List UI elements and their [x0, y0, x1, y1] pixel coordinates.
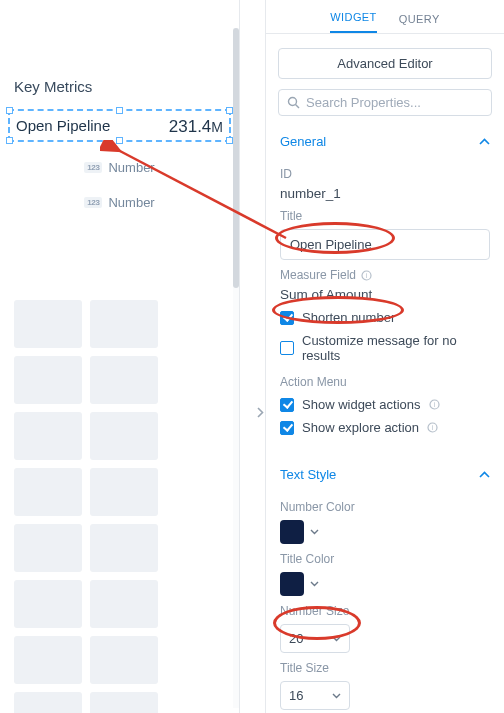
panel-tabs: WIDGET QUERY — [266, 0, 504, 34]
resize-handle[interactable] — [226, 137, 233, 144]
chevron-right-icon — [257, 407, 264, 418]
section-header-text-style[interactable]: Text Style — [266, 459, 504, 490]
search-properties[interactable] — [278, 89, 492, 116]
section-title: Text Style — [280, 467, 336, 482]
section-body-text-style: Number Color Title Color Number Size 20 … — [266, 490, 504, 713]
field-label-title: Title — [280, 209, 490, 223]
empty-tile[interactable] — [14, 356, 82, 404]
number-widget-placeholder[interactable]: 123 Number — [8, 185, 231, 220]
empty-tile[interactable] — [90, 412, 158, 460]
color-swatch[interactable] — [280, 572, 304, 596]
field-value-measure: Sum of Amount — [280, 287, 490, 302]
empty-tile[interactable] — [14, 524, 82, 572]
show-explore-action-row[interactable]: Show explore action i — [280, 420, 490, 435]
checkbox-checked-icon[interactable] — [280, 421, 294, 435]
number-color-picker[interactable] — [280, 520, 490, 544]
field-label-number-color: Number Color — [280, 500, 490, 514]
metric-value-number: 231.4 — [169, 117, 212, 136]
scrollbar[interactable] — [233, 28, 239, 708]
card-title: Key Metrics — [8, 78, 231, 109]
empty-tile[interactable] — [90, 636, 158, 684]
empty-tile[interactable] — [90, 580, 158, 628]
placeholder-label: Number — [108, 160, 154, 175]
canvas-panel: Key Metrics Open Pipeline 231.4M 123 Num… — [0, 0, 240, 713]
resize-handle[interactable] — [6, 137, 13, 144]
field-label-measure: Measure Field i — [280, 268, 490, 282]
empty-widget-grid — [8, 300, 231, 713]
metric-title: Open Pipeline — [10, 117, 110, 134]
empty-tile[interactable] — [14, 636, 82, 684]
title-color-picker[interactable] — [280, 572, 490, 596]
field-label-title-size: Title Size — [280, 661, 490, 675]
properties-panel: WIDGET QUERY Advanced Editor General ID … — [265, 0, 504, 713]
field-value-id: number_1 — [280, 186, 490, 201]
empty-tile[interactable] — [90, 356, 158, 404]
empty-tile[interactable] — [14, 412, 82, 460]
show-widget-actions-label: Show widget actions — [302, 397, 421, 412]
info-icon[interactable]: i — [427, 422, 438, 433]
number-size-select[interactable]: 20 — [280, 624, 350, 653]
chevron-up-icon — [479, 138, 490, 145]
tab-widget[interactable]: WIDGET — [330, 11, 376, 33]
custom-message-row[interactable]: Customize message for no results — [280, 333, 490, 363]
svg-point-0 — [289, 98, 297, 106]
empty-tile[interactable] — [90, 692, 158, 713]
custom-message-label: Customize message for no results — [302, 333, 490, 363]
section-title: General — [280, 134, 326, 149]
placeholder-label: Number — [108, 195, 154, 210]
svg-text:i: i — [432, 424, 434, 431]
advanced-editor-button[interactable]: Advanced Editor — [278, 48, 492, 79]
title-size-value: 16 — [289, 688, 303, 703]
shorten-number-row[interactable]: Shorten number — [280, 310, 490, 325]
field-label-title-color: Title Color — [280, 552, 490, 566]
field-label-id: ID — [280, 167, 490, 181]
empty-tile[interactable] — [90, 468, 158, 516]
chevron-down-icon — [332, 636, 341, 642]
svg-text:i: i — [433, 401, 435, 408]
info-icon[interactable]: i — [429, 399, 440, 410]
number-widget-placeholder[interactable]: 123 Number — [8, 150, 231, 185]
title-input[interactable] — [280, 229, 490, 260]
number-widget-selected[interactable]: Open Pipeline 231.4M — [8, 109, 231, 142]
metric-value: 231.4M — [169, 117, 229, 137]
tab-query[interactable]: QUERY — [399, 13, 440, 33]
empty-tile[interactable] — [90, 524, 158, 572]
number-type-icon: 123 — [84, 162, 102, 173]
resize-handle[interactable] — [116, 107, 123, 114]
resize-handle[interactable] — [116, 137, 123, 144]
chevron-down-icon — [310, 529, 319, 535]
empty-tile[interactable] — [90, 300, 158, 348]
empty-tile[interactable] — [14, 468, 82, 516]
metric-value-unit: M — [211, 119, 223, 135]
resize-handle[interactable] — [6, 107, 13, 114]
title-size-select[interactable]: 16 — [280, 681, 350, 710]
search-icon — [287, 96, 300, 109]
info-icon[interactable]: i — [361, 270, 372, 281]
color-swatch[interactable] — [280, 520, 304, 544]
field-label-action-menu: Action Menu — [280, 375, 490, 389]
section-body-general: ID number_1 Title Measure Field i Sum of… — [266, 157, 504, 443]
number-size-value: 20 — [289, 631, 303, 646]
checkbox-checked-icon[interactable] — [280, 311, 294, 325]
measure-label-text: Measure Field — [280, 268, 356, 282]
shorten-number-label: Shorten number — [302, 310, 395, 325]
chevron-up-icon — [479, 471, 490, 478]
svg-line-1 — [296, 105, 300, 109]
empty-tile[interactable] — [14, 300, 82, 348]
empty-tile[interactable] — [14, 580, 82, 628]
key-metrics-card: Key Metrics Open Pipeline 231.4M 123 Num… — [8, 78, 231, 713]
section-header-general[interactable]: General — [266, 126, 504, 157]
show-explore-action-label: Show explore action — [302, 420, 419, 435]
chevron-down-icon — [332, 693, 341, 699]
checkbox-checked-icon[interactable] — [280, 398, 294, 412]
chevron-down-icon — [310, 581, 319, 587]
svg-text:i: i — [366, 272, 368, 279]
number-type-icon: 123 — [84, 197, 102, 208]
field-label-number-size: Number Size — [280, 604, 490, 618]
show-widget-actions-row[interactable]: Show widget actions i — [280, 397, 490, 412]
checkbox-unchecked-icon[interactable] — [280, 341, 294, 355]
resize-handle[interactable] — [226, 107, 233, 114]
empty-tile[interactable] — [14, 692, 82, 713]
search-input[interactable] — [306, 95, 483, 110]
